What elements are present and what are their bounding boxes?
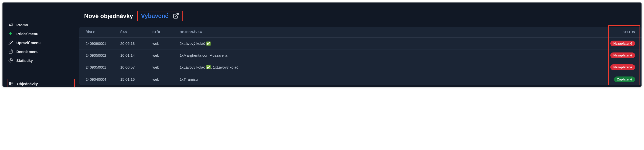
- cell-order: 1xTiramisu: [180, 77, 596, 82]
- sidebar-list: Promo Pridať menu Upraviť menu Denné men…: [2, 20, 79, 87]
- status-badge: Nezaplatené: [610, 52, 635, 58]
- cell-number: 2409050002: [86, 53, 120, 58]
- cell-order: 2xLávový koláč ✅: [180, 41, 596, 46]
- table-row[interactable]: 2409040004 15:01:16 web 1xTiramisu Zapla…: [79, 73, 642, 85]
- sidebar-item-label: Objednávky: [17, 82, 38, 86]
- sidebar-item-label: Pridať menu: [16, 32, 38, 36]
- cell-status: Nezaplatené: [596, 52, 635, 58]
- chart-icon: [8, 58, 13, 62]
- cell-number: 2409040004: [86, 77, 120, 82]
- cell-order: 1xLávový koláč ✅, 1xLávový koláč: [180, 65, 596, 70]
- th-status: STATUS: [596, 30, 635, 34]
- tabs: Nové objednávky Vybavené: [79, 11, 642, 27]
- pencil-icon: [8, 40, 13, 45]
- sidebar-item-orders[interactable]: Objednávky: [7, 79, 75, 87]
- sidebar-item-daily-menu[interactable]: Denné menu: [7, 47, 75, 56]
- th-order: OBJEDNÁVKA: [180, 30, 596, 34]
- sidebar-spacer: [7, 65, 75, 79]
- th-time: ČAS: [120, 30, 152, 34]
- orders-icon: [9, 82, 13, 86]
- cell-table: web: [152, 53, 180, 58]
- sidebar-item-add-menu[interactable]: Pridať menu: [7, 29, 75, 38]
- sidebar-item-edit-menu[interactable]: Upraviť menu: [7, 38, 75, 47]
- status-badge: Nezaplatené: [610, 64, 635, 70]
- main-content: Nové objednávky Vybavené ČÍSLO ČAS STÔL …: [79, 2, 642, 87]
- table-row[interactable]: 2409090001 20:05:13 web 2xLávový koláč ✅…: [79, 38, 642, 50]
- plus-icon: [8, 32, 13, 36]
- cell-table: web: [152, 41, 180, 46]
- sidebar-item-label: Štatistiky: [16, 58, 33, 62]
- cell-status: Nezaplatené: [596, 64, 635, 70]
- th-number: ČÍSLO: [86, 30, 120, 34]
- app-frame: Promo Pridať menu Upraviť menu Denné men…: [2, 2, 642, 87]
- sidebar-item-label: Upraviť menu: [16, 40, 40, 45]
- external-link-icon[interactable]: [172, 12, 180, 19]
- orders-table: ČÍSLO ČAS STÔL OBJEDNÁVKA STATUS 2409090…: [79, 27, 642, 85]
- calendar-icon: [8, 49, 13, 54]
- sidebar: Promo Pridať menu Upraviť menu Denné men…: [2, 2, 79, 87]
- status-badge: Nezaplatené: [610, 40, 635, 46]
- table-row[interactable]: 2409050001 10:00:57 web 1xLávový koláč ✅…: [79, 62, 642, 73]
- tab-done-orders[interactable]: Vybavené: [141, 12, 168, 19]
- cell-time: 10:00:57: [120, 65, 152, 69]
- table-header: ČÍSLO ČAS STÔL OBJEDNÁVKA STATUS: [79, 27, 642, 38]
- cell-time: 20:05:13: [120, 41, 152, 46]
- cell-table: web: [152, 77, 180, 82]
- status-badge: Zaplatené: [614, 76, 635, 82]
- cell-time: 10:01:14: [120, 53, 152, 58]
- sidebar-item-label: Denné menu: [16, 50, 38, 54]
- th-table: STÔL: [152, 30, 180, 34]
- megaphone-icon: [8, 22, 13, 27]
- cell-table: web: [152, 65, 180, 69]
- svg-line-9: [175, 13, 178, 16]
- tab-done-highlight: Vybavené: [137, 11, 183, 21]
- sidebar-item-promo[interactable]: Promo: [7, 20, 75, 29]
- cell-time: 15:01:16: [120, 77, 152, 82]
- svg-rect-6: [10, 82, 13, 85]
- sidebar-item-label: Promo: [16, 23, 28, 27]
- cell-number: 2409090001: [86, 41, 120, 46]
- tab-new-orders[interactable]: Nové objednávky: [84, 12, 133, 20]
- svg-rect-2: [9, 50, 12, 54]
- table-row[interactable]: 2409050002 10:01:14 web 1xMargherita con…: [79, 50, 642, 62]
- cell-status: Nezaplatené: [596, 40, 635, 46]
- cell-order: 1xMargherita con Mozzarella: [180, 53, 596, 58]
- sidebar-item-stats[interactable]: Štatistiky: [7, 56, 75, 65]
- cell-number: 2409050001: [86, 65, 120, 69]
- cell-status: Zaplatené: [596, 76, 635, 82]
